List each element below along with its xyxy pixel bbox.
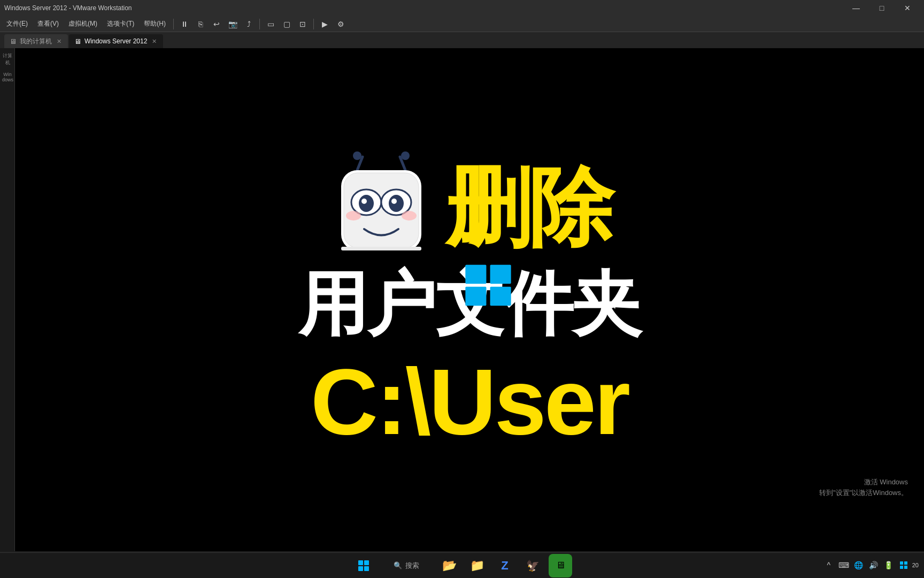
toolbar-btn7[interactable]: ▢: [279, 18, 294, 31]
maximize-button[interactable]: □: [869, 0, 894, 16]
tab-my-computer[interactable]: 🖥 我的计算机 ✕: [4, 34, 68, 48]
menu-vm[interactable]: 虚拟机(M): [64, 17, 102, 31]
svg-rect-15: [465, 264, 486, 284]
menu-view[interactable]: 查看(V): [33, 17, 63, 31]
titlebar-title: Windows Server 2012 - VMware Workstation: [4, 4, 844, 12]
taskbar: 🔍 搜索 📂 📁 Z 🦅 🖥 ^ ⌨ 🌐 🔊 🔋 20: [0, 552, 924, 578]
svg-point-10: [389, 195, 404, 212]
toolbar-btn10[interactable]: ⚙: [333, 18, 348, 31]
tray-chevron[interactable]: ^: [822, 559, 835, 572]
toolbar-separator2: [259, 19, 260, 29]
start-button[interactable]: [352, 554, 375, 577]
menubar: 文件(E) 查看(V) 虚拟机(M) 选项卡(T) 帮助(H) ⏸ ⎘ ↩ 📷 …: [0, 16, 924, 32]
svg-rect-23: [900, 561, 903, 565]
sidepanel: 计算机 Windows: [0, 48, 15, 551]
tray-network[interactable]: 🌐: [852, 559, 865, 572]
menu-file[interactable]: 文件(E): [2, 17, 32, 31]
toolbar-btn2[interactable]: ⎘: [193, 18, 208, 31]
app3-button[interactable]: Z: [493, 554, 517, 577]
tray-clock[interactable]: 20: [912, 562, 919, 568]
side-item-computer[interactable]: 计算机: [1, 50, 14, 69]
activate-watermark: 激活 Windows 转到"设置"以激活Windows。: [819, 477, 908, 498]
side-item-windows[interactable]: Windows: [1, 70, 14, 85]
toolbar-btn8[interactable]: ⊡: [295, 18, 310, 31]
close-button[interactable]: ✕: [895, 0, 920, 16]
tray-battery[interactable]: 🔋: [882, 559, 895, 572]
minimize-button[interactable]: —: [844, 0, 868, 16]
svg-rect-19: [358, 560, 363, 565]
search-label: 搜索: [405, 561, 419, 571]
tray-time: 20: [912, 562, 919, 568]
folder-section: 用户文件夹: [298, 269, 641, 339]
titlebar: Windows Server 2012 - VMware Workstation…: [0, 0, 924, 16]
titlebar-controls: — □ ✕: [844, 0, 920, 16]
svg-point-7: [359, 195, 374, 212]
tab-windows-server[interactable]: 🖥 Windows Server 2012 ✕: [69, 34, 163, 48]
activate-line1: 激活 Windows: [819, 477, 908, 488]
svg-rect-22: [364, 566, 369, 571]
tray-keyboard[interactable]: ⌨: [837, 559, 850, 572]
mascot-image: [328, 151, 435, 264]
toolbar-btn5[interactable]: ⤴: [241, 18, 256, 31]
svg-point-13: [402, 211, 417, 220]
svg-rect-25: [900, 566, 903, 569]
toolbar-btn9[interactable]: ▶: [317, 18, 332, 31]
tab-icon-1: 🖥: [10, 37, 17, 45]
svg-point-11: [391, 199, 397, 204]
app5-button[interactable]: 🖥: [549, 554, 572, 577]
cuser-heading: C:\User: [311, 355, 628, 448]
svg-rect-24: [904, 561, 907, 565]
svg-rect-17: [465, 286, 486, 306]
menu-help[interactable]: 帮助(H): [140, 17, 170, 31]
tab-icon-2: 🖥: [74, 37, 81, 45]
tab-close-2[interactable]: ✕: [150, 37, 158, 45]
toolbar-btn6[interactable]: ▭: [263, 18, 278, 31]
tab-close-1[interactable]: ✕: [55, 37, 63, 45]
top-section: 删除: [328, 151, 611, 264]
file-explorer-button[interactable]: 📂: [437, 554, 461, 577]
svg-rect-14: [341, 247, 421, 250]
toolbar-separator3: [313, 19, 314, 29]
activate-line2: 转到"设置"以激活Windows。: [819, 488, 908, 498]
delete-heading: 删除: [445, 165, 611, 250]
folder-button[interactable]: 📁: [465, 554, 489, 577]
svg-point-3: [401, 151, 410, 160]
menu-tab[interactable]: 选项卡(T): [103, 17, 138, 31]
pause-button[interactable]: ⏸: [177, 18, 192, 31]
svg-rect-20: [364, 560, 369, 565]
systray: ^ ⌨ 🌐 🔊 🔋 20: [822, 552, 919, 578]
tab-label-2: Windows Server 2012: [84, 37, 147, 45]
svg-point-8: [361, 199, 367, 204]
tray-windows[interactable]: [897, 559, 910, 572]
search-icon: 🔍: [394, 561, 402, 569]
tray-volume[interactable]: 🔊: [867, 559, 880, 572]
search-button[interactable]: 🔍 搜索: [380, 554, 433, 577]
svg-rect-21: [358, 566, 363, 571]
app4-button[interactable]: 🦅: [521, 554, 544, 577]
vm-content: 删除 用户文件夹 C:\User 激活 Windows 转到"设置"以激活Win…: [15, 48, 924, 551]
svg-rect-16: [490, 264, 511, 284]
toolbar-btn4[interactable]: 📷: [225, 18, 240, 31]
svg-point-12: [346, 211, 361, 220]
tabbar: 🖥 我的计算机 ✕ 🖥 Windows Server 2012 ✕: [0, 32, 924, 48]
vm-area[interactable]: 删除 用户文件夹 C:\User 激活 Windows 转到"设置"以激活Win…: [15, 48, 924, 551]
tab-label-1: 我的计算机: [20, 37, 52, 46]
svg-rect-18: [490, 286, 511, 306]
toolbar-separator: [173, 19, 174, 29]
svg-point-1: [353, 151, 361, 160]
toolbar-btn3[interactable]: ↩: [209, 18, 224, 31]
windows-logo: [464, 264, 512, 307]
svg-rect-26: [904, 566, 907, 569]
